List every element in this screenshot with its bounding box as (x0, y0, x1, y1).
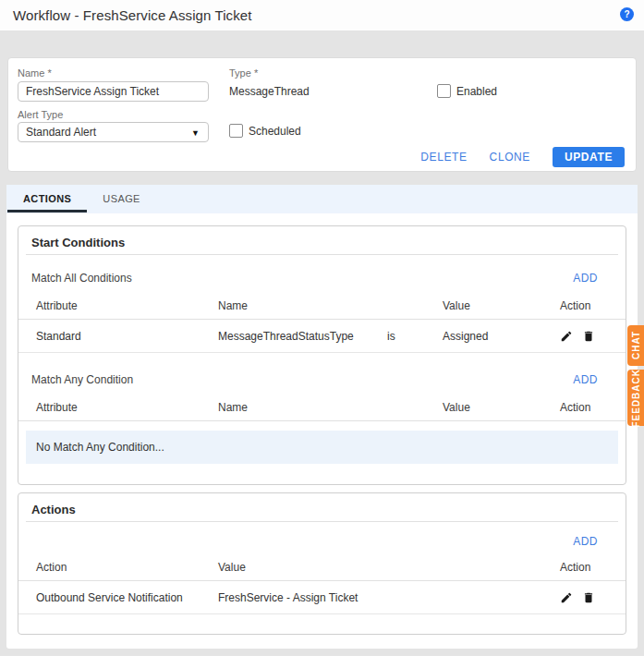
edit-icon[interactable] (560, 591, 573, 604)
col-value: Value (443, 401, 560, 414)
table-row: Standard MessageThreadStatusType is Assi… (18, 320, 626, 353)
col-action: Action (560, 299, 626, 312)
row-actions (560, 330, 626, 343)
clone-button[interactable]: CLONE (490, 151, 530, 164)
tab-usage[interactable]: USAGE (87, 185, 156, 213)
enabled-checkbox[interactable] (437, 84, 451, 98)
divider (26, 254, 618, 255)
enabled-label: Enabled (456, 85, 497, 98)
col-action: Action (36, 561, 218, 574)
type-value: MessageThread (229, 85, 310, 98)
col-action-2: Action (560, 561, 626, 574)
col-value: Value (443, 299, 560, 312)
match-any-header-row: Match Any Condition ADD (18, 373, 626, 386)
tabs-card: ACTIONS USAGE Start Conditions Match All… (6, 185, 638, 649)
alert-type-select[interactable]: Standard Alert ▼ (18, 122, 209, 142)
match-all-title: Match All Conditions (31, 272, 132, 285)
match-all-header-row: Match All Conditions ADD (18, 272, 626, 285)
match-any-empty-row: No Match Any Condition... (26, 431, 618, 464)
col-name: Name (218, 299, 387, 312)
match-any-add-button[interactable]: ADD (573, 373, 598, 386)
tab-actions[interactable]: ACTIONS (7, 185, 87, 213)
name-label: Name * (18, 67, 52, 79)
delete-button[interactable]: DELETE (420, 151, 467, 164)
match-any-table-header: Attribute Name Value Action (18, 394, 626, 421)
col-attribute: Attribute (36, 401, 218, 414)
cell-attribute: Standard (36, 330, 218, 343)
divider (26, 521, 618, 522)
match-all-add-button[interactable]: ADD (573, 272, 598, 285)
col-action: Action (560, 401, 626, 414)
workflow-form-card: Name * Type * MessageThread Enabled Aler… (7, 57, 637, 172)
action-value-link[interactable]: FreshService - Assign Ticket (218, 591, 560, 604)
cell-name: MessageThreadStatusType (218, 330, 387, 343)
start-conditions-section: Start Conditions Match All Conditions AD… (18, 225, 626, 485)
col-attribute: Attribute (36, 299, 218, 312)
tab-bar: ACTIONS USAGE (6, 185, 638, 213)
cell-action: Outbound Service Notification (36, 591, 218, 604)
alert-type-label: Alert Type (18, 109, 63, 120)
scheduled-checkbox[interactable] (229, 124, 243, 138)
col-value: Value (218, 561, 560, 574)
help-icon[interactable]: ? (620, 7, 634, 21)
alert-type-value: Standard Alert (26, 126, 96, 139)
update-button[interactable]: UPDATE (553, 147, 625, 167)
actions-title: Actions (18, 493, 626, 516)
type-label: Type * (229, 67, 258, 79)
name-input[interactable] (18, 81, 209, 102)
feedback-side-tab[interactable]: FEEDBACK (627, 370, 644, 426)
match-all-table-header: Attribute Name Value Action (18, 292, 626, 320)
chevron-down-icon: ▼ (191, 124, 200, 142)
start-conditions-title: Start Conditions (18, 226, 626, 249)
actions-add-row: ADD (18, 535, 626, 548)
chat-side-tab-label: CHAT (631, 331, 641, 359)
actions-table-header: Action Value Action (18, 553, 626, 581)
form-button-row: DELETE CLONE UPDATE (420, 147, 625, 167)
app-header: Workflow - FreshService Assign Ticket ? (0, 0, 644, 30)
trash-icon[interactable] (582, 330, 595, 343)
feedback-side-tab-label: FEEDBACK (631, 369, 641, 428)
trash-icon[interactable] (582, 591, 595, 604)
match-any-title: Match Any Condition (31, 373, 133, 386)
cell-value: Assigned (443, 330, 560, 343)
actions-section: Actions ADD Action Value Action Outbound… (18, 492, 626, 635)
footer-strip (0, 656, 644, 668)
page-title: Workflow - FreshService Assign Ticket (13, 7, 252, 23)
actions-add-button[interactable]: ADD (573, 535, 598, 548)
row-actions (560, 591, 626, 604)
cell-operator: is (387, 330, 443, 343)
edit-icon[interactable] (560, 330, 573, 343)
col-name: Name (218, 401, 387, 414)
table-row: Outbound Service Notification FreshServi… (18, 581, 626, 614)
chat-side-tab[interactable]: CHAT (627, 325, 644, 366)
scheduled-label: Scheduled (249, 125, 301, 138)
